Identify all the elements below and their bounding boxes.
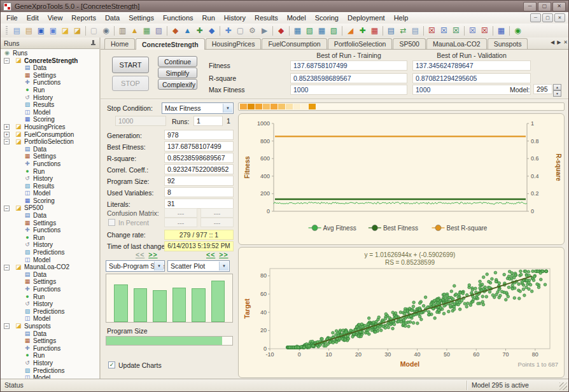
document-tab[interactable]: ConcreteStrength	[136, 38, 205, 50]
fitness-training-value[interactable]: 137.68758107499	[290, 60, 407, 71]
stats-field-value[interactable]: 8	[164, 187, 234, 197]
rsquare-validation-value[interactable]: 0.870821294295605	[412, 73, 531, 83]
sub-program-next-link[interactable]: >>	[148, 251, 157, 258]
save-all-icon[interactable]: ▣	[47, 25, 59, 36]
stats-field-value[interactable]: 137.68758107499	[164, 141, 234, 151]
tree-item[interactable]: Predictions	[1, 249, 99, 256]
simplify-button[interactable]: Simplify	[158, 67, 197, 78]
tree-item[interactable]: Data	[1, 330, 99, 338]
window-panel-icon[interactable]: ▤	[385, 25, 397, 36]
tree-item[interactable]: Settings	[1, 278, 99, 286]
calculator-icon[interactable]: ▦	[495, 25, 507, 36]
separator[interactable]	[167, 26, 167, 36]
separator[interactable]	[289, 26, 290, 36]
menu-item[interactable]: Settings	[124, 13, 158, 23]
add-model-icon[interactable]: ✚	[356, 25, 369, 36]
new-run-icon[interactable]: ▤	[11, 25, 23, 36]
fitness-history-chart[interactable]: 0200400600800100000.20.40.60.81FitnessR-…	[238, 113, 565, 245]
separator[interactable]	[272, 26, 273, 36]
document-tab[interactable]: SP500	[393, 38, 426, 49]
tree-item[interactable]: History	[1, 300, 99, 308]
grid-view-icon[interactable]: ▦	[292, 25, 304, 36]
runs-input[interactable]: 1	[193, 116, 223, 126]
export-grid-red-icon[interactable]: ☒	[479, 25, 491, 36]
tree-item[interactable]: Settings	[1, 153, 99, 160]
document-tab[interactable]: Home	[104, 38, 135, 49]
mdi-window-button[interactable]: ✕	[554, 13, 565, 22]
tree-item[interactable]: Functions	[1, 345, 99, 353]
tree-item[interactable]: HousingPrices	[1, 123, 99, 131]
tree-item[interactable]: Data	[1, 146, 99, 153]
separator[interactable]	[383, 26, 383, 36]
tree-item[interactable]: Model	[1, 190, 99, 197]
tree-item[interactable]: Model	[1, 315, 99, 323]
tree-item[interactable]: Functions	[1, 227, 99, 234]
max-generations-input[interactable]: 1000	[115, 116, 166, 126]
export-sheet-green-icon[interactable]: ☒	[450, 25, 462, 36]
menu-item[interactable]: Reports	[67, 13, 101, 23]
tree-item[interactable]: History	[1, 175, 99, 183]
upload-data-icon[interactable]: ▲	[181, 25, 193, 36]
tree-item[interactable]: Data	[1, 212, 99, 220]
tab-scroll-left-icon[interactable]: ◀	[551, 39, 554, 45]
separator[interactable]	[509, 26, 510, 36]
export-sheet-red-icon[interactable]: ☒	[426, 25, 438, 36]
stats-field-value[interactable]: 0.85238598689567	[164, 153, 234, 163]
save-icon[interactable]: ▣	[35, 25, 47, 36]
start-button[interactable]: START	[112, 57, 149, 73]
data-panel-icon[interactable]: ▦	[141, 25, 153, 36]
model-stepper-down-icon[interactable]: ▼	[553, 90, 561, 97]
database-icon[interactable]: ▥	[116, 25, 129, 36]
copy-data-icon[interactable]: ▨	[153, 25, 165, 36]
separator[interactable]	[85, 26, 86, 36]
separator[interactable]	[493, 26, 493, 36]
stats-field-value[interactable]: 31	[164, 199, 234, 209]
tree-item[interactable]: Settings	[1, 72, 99, 80]
chart-view-icon[interactable]: ▧	[304, 25, 316, 36]
tree-expand-toggle[interactable]	[4, 206, 10, 211]
mdi-window-button[interactable]: ▢	[542, 13, 553, 22]
tree-item[interactable]: PortfolioSelection	[1, 138, 99, 146]
maxfitness-training-value[interactable]: 1000	[290, 85, 407, 95]
menu-item[interactable]: Functions	[158, 13, 198, 23]
chevron-down-icon[interactable]: ▼	[154, 262, 164, 270]
tree-expand-toggle[interactable]	[4, 323, 10, 329]
chart-next-link[interactable]: >>	[219, 251, 228, 258]
left-chart-select[interactable]: Sub-Program Sizes▼	[106, 260, 165, 272]
stop-button[interactable]: STOP	[112, 76, 149, 91]
run-settings-icon[interactable]: ✚	[222, 25, 234, 36]
chart-wizard-icon[interactable]: ▲	[129, 25, 141, 36]
tree-item[interactable]: Run	[1, 234, 99, 242]
tree-item[interactable]: Model	[1, 109, 99, 116]
menu-item[interactable]: View	[43, 13, 67, 23]
tree-item[interactable]: History	[1, 94, 99, 102]
import-data-icon[interactable]: ◆	[169, 25, 181, 36]
mdi-window-button[interactable]: ─	[530, 13, 541, 22]
tree-item[interactable]: Model	[1, 256, 99, 264]
menu-item[interactable]: Run	[198, 13, 220, 23]
stats-field-value[interactable]: 978	[164, 130, 234, 140]
tree-expand-toggle[interactable]	[4, 58, 10, 64]
tree-item[interactable]: Sunspots	[1, 323, 99, 330]
delete-grid-icon[interactable]: ▦	[369, 25, 381, 36]
tree-item[interactable]: Functions	[1, 160, 99, 168]
close-button[interactable]: ✕	[552, 2, 566, 11]
history-pointer-icon[interactable]: ▶	[258, 25, 270, 36]
menu-item[interactable]: Data	[101, 13, 124, 23]
export-sheet-blue-icon[interactable]: ☒	[438, 25, 450, 36]
tree-item[interactable]: Results	[1, 183, 99, 190]
chevron-down-icon[interactable]: ▼	[219, 262, 228, 270]
tree-expand-toggle[interactable]	[4, 139, 10, 144]
help-globe-icon[interactable]: ◉	[512, 25, 524, 36]
tree-item[interactable]: Settings	[1, 337, 99, 345]
tree-item[interactable]: Run	[1, 352, 99, 360]
tree-item[interactable]: SP500	[1, 204, 99, 212]
pin-icon[interactable]	[90, 40, 96, 46]
tree-item[interactable]: Functions	[1, 79, 99, 87]
menu-item[interactable]: File	[2, 13, 22, 23]
separator[interactable]	[342, 26, 342, 36]
menu-item[interactable]: Results	[250, 13, 283, 23]
tab-scroll-right-icon[interactable]: ▶	[557, 39, 561, 45]
sub-program-prev-link[interactable]: <<	[136, 251, 144, 258]
menu-item[interactable]: Deployment	[343, 13, 390, 23]
